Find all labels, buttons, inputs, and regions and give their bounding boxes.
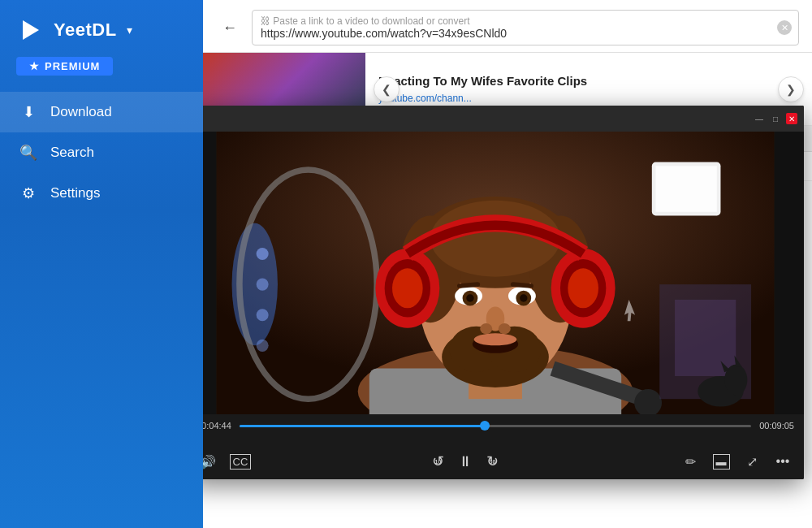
expand-icon: ⤢	[747, 454, 758, 470]
premium-star-icon: ★	[29, 60, 40, 72]
subtitle-button[interactable]: CC	[229, 450, 252, 473]
svg-point-31	[499, 323, 511, 334]
logo-triangle	[23, 20, 39, 40]
progress-fill	[240, 425, 486, 427]
settings-icon: ⚙	[19, 184, 37, 202]
controls-row: 🔊 CC ↺ 10 ⏸ ↻ 30	[203, 450, 794, 473]
sidebar-nav: ⬇ Download 🔍 Search ⚙ Settings	[0, 92, 203, 214]
player-maximize-button[interactable]: □	[770, 113, 781, 124]
premium-label: PREMIUM	[45, 60, 100, 72]
play-icon: ⏸	[458, 453, 473, 470]
sidebar-item-search[interactable]: 🔍 Search	[0, 132, 203, 173]
svg-point-26	[520, 294, 527, 301]
logo-area: YeetDL ▾	[0, 0, 203, 57]
svg-point-25	[466, 294, 473, 301]
sidebar: YeetDL ▾ ★ PREMIUM ⬇ Download 🔍 Search ⚙…	[0, 0, 203, 528]
svg-point-3	[257, 248, 269, 260]
player-video-area	[203, 132, 804, 414]
svg-point-30	[480, 323, 492, 334]
player-window-controls: — □ ✕	[754, 113, 797, 124]
ctrl-left: 🔊 CC	[203, 450, 252, 473]
time-current: 00:04:44	[203, 421, 231, 431]
svg-point-33	[474, 333, 517, 345]
time-total: 00:09:05	[759, 421, 794, 431]
svg-point-39	[568, 268, 598, 308]
sidebar-item-settings[interactable]: ⚙ Settings	[0, 173, 203, 214]
player-controls: 00:04:44 00:09:05 🔊 CC	[203, 414, 804, 479]
forward-button[interactable]: ↻ 30	[486, 452, 499, 470]
premium-badge[interactable]: ★ PREMIUM	[16, 57, 113, 76]
url-bar[interactable]: ⛓ Paste a link to a video to download or…	[252, 10, 799, 45]
logo-text: YeetDL	[54, 19, 117, 41]
url-placeholder: ⛓ Paste a link to a video to download or…	[261, 15, 469, 27]
progress-track[interactable]	[240, 425, 751, 427]
svg-rect-43	[675, 300, 736, 376]
svg-rect-9	[656, 166, 717, 211]
main-content: ← ⛓ Paste a link to a video to download …	[203, 0, 812, 528]
edit-button[interactable]: ✏	[679, 450, 702, 473]
main-header: ← ⛓ Paste a link to a video to download …	[203, 0, 812, 53]
expand-button[interactable]: ⤢	[741, 450, 763, 473]
screen-icon: ▬	[713, 454, 730, 470]
svg-point-4	[257, 279, 269, 291]
sidebar-item-download[interactable]: ⬇ Download	[0, 92, 203, 132]
svg-point-5	[257, 309, 269, 321]
player-close-button[interactable]: ✕	[786, 113, 797, 124]
rewind-label: 10	[435, 459, 442, 465]
logo-icon	[16, 15, 47, 45]
progress-thumb[interactable]	[480, 421, 490, 431]
progress-bar-row: 00:04:44 00:09:05	[203, 421, 794, 431]
forward-label: 30	[490, 459, 496, 465]
url-clear-button[interactable]: ✕	[777, 20, 792, 35]
screen-button[interactable]: ▬	[710, 450, 732, 473]
carousel-left-arrow[interactable]: ❮	[374, 76, 400, 102]
ctrl-right: ✏ ▬ ⤢ •••	[679, 450, 794, 473]
video-title: Reacting To My Wifes Favorite Clips	[378, 74, 799, 88]
sidebar-settings-label: Settings	[50, 185, 100, 201]
edit-icon: ✏	[685, 454, 696, 470]
play-pause-button[interactable]: ⏸	[454, 450, 477, 473]
more-button[interactable]: •••	[771, 450, 794, 473]
sidebar-download-label: Download	[50, 104, 112, 120]
player-minimize-button[interactable]: —	[754, 113, 765, 124]
subtitle-icon: CC	[230, 454, 252, 470]
player-titlebar: ← — □ ✕	[203, 106, 804, 132]
sidebar-search-label: Search	[50, 145, 94, 161]
video-channel: youtube.com/chann...	[378, 93, 799, 104]
svg-point-38	[392, 268, 423, 308]
video-frame	[203, 132, 804, 414]
svg-point-6	[257, 340, 269, 352]
player-back-button[interactable]: ←	[203, 112, 205, 125]
ctrl-center: ↺ 10 ⏸ ↻ 30	[432, 450, 499, 473]
download-icon: ⬇	[19, 103, 37, 121]
rewind-button[interactable]: ↺ 10	[432, 452, 444, 470]
video-player: ← — □ ✕	[203, 106, 804, 479]
logo-dropdown-icon[interactable]: ▾	[127, 24, 132, 37]
search-icon: 🔍	[19, 144, 37, 162]
more-icon: •••	[776, 454, 790, 469]
volume-button[interactable]: 🔊	[203, 450, 219, 473]
carousel-right-arrow[interactable]: ❯	[778, 76, 804, 102]
back-button[interactable]: ←	[216, 16, 244, 40]
volume-icon: 🔊	[203, 454, 216, 470]
